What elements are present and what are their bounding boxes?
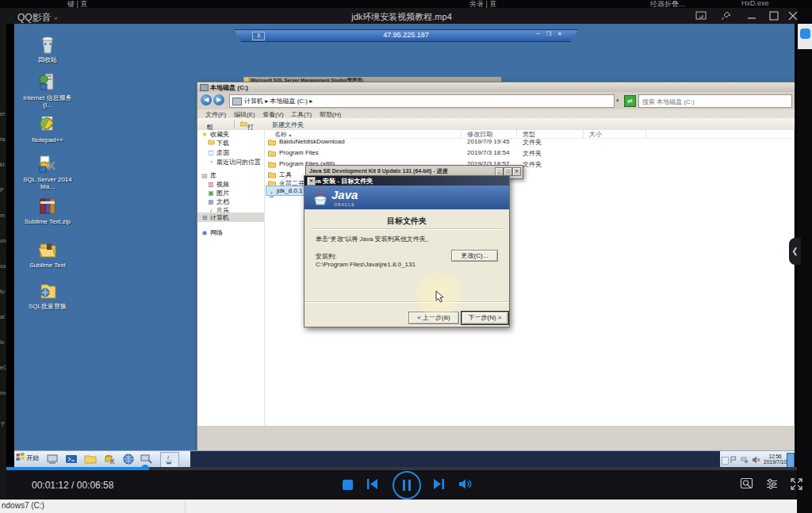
drive-icon xyxy=(200,84,209,91)
iis-icon xyxy=(36,72,59,93)
settings-sliders-button[interactable] xyxy=(765,477,779,494)
java-logo-icon xyxy=(311,188,330,210)
divider xyxy=(304,301,509,302)
host-tab: 经器折叠... xyxy=(650,0,685,8)
playlist-toggle[interactable]: ❮ xyxy=(789,238,801,265)
rdp-window-buttons[interactable]: ─ ❐ ✕ xyxy=(536,31,565,37)
maximize-button[interactable] xyxy=(768,10,780,21)
divider xyxy=(185,500,186,513)
desktop-icon-sqlserver[interactable]: SQL Server 2014 Ma... xyxy=(22,154,73,190)
folder-icon xyxy=(267,171,277,178)
minimize-button[interactable] xyxy=(745,10,758,21)
close-button[interactable]: ✕ xyxy=(512,167,521,176)
back-button[interactable]: ◀ xyxy=(201,94,212,105)
desktop-icon-sql-batch[interactable]: SQL批量替换 xyxy=(22,281,73,310)
pin-button[interactable] xyxy=(720,10,733,21)
player-titlebar: QQ影音 ˅ jdk环境安装视频教程.mp4 xyxy=(6,8,797,24)
screenshot-button[interactable] xyxy=(740,477,753,494)
star-icon: ★ xyxy=(201,131,209,138)
devices-icon[interactable] xyxy=(140,453,152,465)
mouse-cursor xyxy=(435,290,445,306)
close-button[interactable] xyxy=(787,10,799,21)
pause-button[interactable] xyxy=(393,471,421,500)
winrar-archive-icon xyxy=(36,196,59,216)
divider xyxy=(311,228,503,229)
ssms-taskbar-icon[interactable] xyxy=(103,453,116,465)
active-task-java[interactable] xyxy=(160,452,179,467)
refresh-button[interactable]: ⇄ xyxy=(624,95,636,107)
show-desktop-button[interactable] xyxy=(787,453,795,467)
sort-arrow-icon: ▴ xyxy=(289,132,291,137)
mini-mode-button[interactable] xyxy=(695,10,707,21)
change-button[interactable]: 更改(C)... xyxy=(451,250,498,262)
explorer-folder-icon[interactable] xyxy=(84,453,97,465)
dialog-heading: 目标文件夹 xyxy=(304,216,509,227)
browser-globe-icon[interactable] xyxy=(122,453,135,465)
volume-muted-icon[interactable] xyxy=(752,456,760,465)
previous-button[interactable] xyxy=(366,478,378,493)
fullscreen-button[interactable] xyxy=(790,477,803,494)
desktop-icon-sublime-folder[interactable]: Sublime Text xyxy=(22,239,73,269)
divider xyxy=(645,130,646,138)
explorer-titlebar[interactable]: 本地磁盘 (C:) xyxy=(197,82,795,92)
powershell-icon[interactable] xyxy=(65,453,78,465)
address-bar[interactable]: 计算机 ▸ 本地磁盘 (C:) ▸ xyxy=(229,94,615,108)
tray-icon[interactable] xyxy=(722,457,729,465)
address-dropdown-icon[interactable]: ▾ xyxy=(616,98,619,104)
java-banner: Java ORACLE xyxy=(304,186,509,210)
dialog-titlebar[interactable]: Java 安装 - 目标文件夹 _ □ ✕ xyxy=(304,176,509,186)
player-controls: 00:01:12 / 00:06:58 xyxy=(6,470,797,500)
file-row[interactable]: BaiduNetdiskDownload 2019/7/9 19:45 文件夹 xyxy=(197,138,794,149)
breadcrumb: 计算机 ▸ 本地磁盘 (C:) ▸ xyxy=(244,97,312,105)
rdp-address: 47.95.225.187 xyxy=(235,31,577,39)
host-top-strip: 键 | 直 旁著 | 直 经器折叠... HxD.exe xyxy=(0,0,812,8)
forward-button[interactable]: ▶ xyxy=(213,94,224,105)
network-icon: ◉ xyxy=(201,229,209,236)
new-folder-button[interactable]: 新建文件夹 xyxy=(272,121,304,129)
next-button[interactable]: 下一步(N) > xyxy=(462,312,508,324)
install-to-label: 安装到: xyxy=(316,252,336,261)
explorer-menubar: 文件(F) 编辑(E) 查看(V) 工具(T) 帮助(H) xyxy=(197,109,795,118)
recycle-bin-icon xyxy=(36,34,59,55)
rdp-connection-bar: ⊼ 47.95.225.187 ─ ❐ ✕ xyxy=(234,29,578,42)
folder-icon xyxy=(267,139,277,146)
server-manager-icon[interactable] xyxy=(46,453,59,465)
next-button[interactable] xyxy=(433,478,445,493)
flag-icon[interactable] xyxy=(730,456,737,465)
taskbar-clock[interactable]: 12:56 2019/7/10 xyxy=(764,454,787,465)
java-setup-dialog: Java 安装 - 目标文件夹 _ □ ✕ Java ORACLE 目标文件夹 … xyxy=(304,175,510,327)
time-display: 00:01:12 / 00:06:58 xyxy=(32,480,113,491)
sqlserver-icon xyxy=(36,154,59,174)
desktop-icon-notepadpp[interactable]: Notepad++ xyxy=(22,114,73,144)
desktop-icon-iis[interactable]: Internet 信息服务 (I... xyxy=(22,72,73,109)
host-left-sliver: er ra kt P m on ox tu al lo eC nv 子 xyxy=(0,8,6,500)
network-icon[interactable] xyxy=(741,456,749,465)
notepadpp-icon xyxy=(36,114,59,135)
folder-globe-icon xyxy=(36,281,59,301)
search-input[interactable]: 搜索 本地磁盘 (C:) xyxy=(638,94,792,108)
host-explorer-label: ndows7 (C:) xyxy=(2,501,44,510)
sidebar-item-documents[interactable]: ▦文档 xyxy=(207,197,229,206)
widget-icon xyxy=(800,29,810,39)
desktop-icon-sublime-zip[interactable]: Sublime Text.zip xyxy=(22,196,73,225)
volume-button[interactable] xyxy=(458,478,472,493)
file-row[interactable]: Program Files 2019/7/3 18:54 文件夹 xyxy=(197,149,794,160)
open-button[interactable]: 打开 xyxy=(240,121,247,128)
stop-button[interactable] xyxy=(343,479,353,493)
dialog-body-text: 单击“更改”以将 Java 安装到其他文件夹。 xyxy=(316,235,432,243)
host-side-widget[interactable] xyxy=(798,24,812,49)
host-bottom-strip: ndows7 (C:) xyxy=(0,500,797,513)
start-button[interactable]: 开始 xyxy=(16,453,41,465)
oracle-wordmark: ORACLE xyxy=(334,202,355,207)
video-frame[interactable]: ⊼ 47.95.225.187 ─ ❐ ✕ 回收站 Internet 信息服务 … xyxy=(14,24,795,467)
divider xyxy=(461,130,462,138)
sidebar-item-computer[interactable]: ⊞计算机 xyxy=(201,213,229,222)
screen: 键 | 直 旁著 | 直 经器折叠... HxD.exe er ra kt P … xyxy=(0,0,812,513)
desktop-icon-recycle-bin[interactable]: 回收站 xyxy=(22,34,73,63)
close-button[interactable]: ✕ xyxy=(307,177,316,186)
folder-icon xyxy=(267,161,277,168)
sidebar-item-network[interactable]: ◉网络 xyxy=(201,228,223,237)
system-tray: 12:56 2019/7/10 xyxy=(720,451,795,467)
explorer-navbar: ◀ ▶ 计算机 ▸ 本地磁盘 (C:) ▸ ▾ ⇄ 搜索 本地磁盘 (C:) xyxy=(197,92,795,109)
chevron-left-icon: ❮ xyxy=(791,247,798,255)
